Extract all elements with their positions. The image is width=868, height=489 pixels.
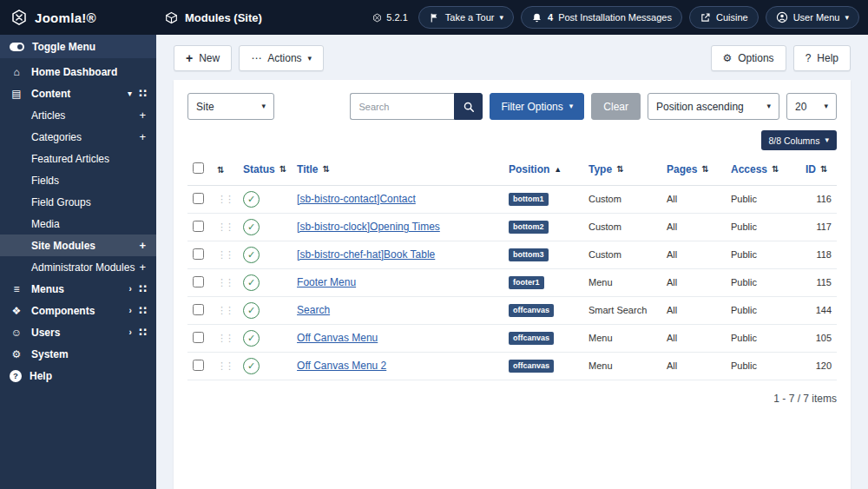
published-status-button[interactable]: ✓ xyxy=(243,191,260,208)
module-title-link[interactable]: [sb-bistro-contact]Contact xyxy=(297,193,416,205)
chevron-right-icon: › xyxy=(129,328,132,337)
client-select[interactable]: Site ▾ xyxy=(187,93,274,120)
sort-order-select[interactable]: Position ascending ▾ xyxy=(648,93,779,120)
main-content: + New ⋯ Actions ▾ ⚙ Options ? Help xyxy=(156,35,868,489)
content-submenu-item[interactable]: Fields xyxy=(0,169,156,191)
published-status-button[interactable]: ✓ xyxy=(243,274,260,291)
menus-icon: ≡ xyxy=(10,283,23,295)
users-icon: ☺ xyxy=(10,327,23,339)
clear-button[interactable]: Clear xyxy=(591,93,641,120)
joomla-wordmark: Joomla!® xyxy=(35,10,96,25)
add-new-icon[interactable]: + xyxy=(139,130,146,143)
sort-icon: ⇅ xyxy=(701,164,708,174)
toggle-menu-button[interactable]: Toggle Menu xyxy=(0,35,156,58)
content-submenu-item[interactable]: Featured Articles xyxy=(0,148,156,169)
joomla-logo[interactable]: Joomla!® xyxy=(0,9,156,26)
chevron-down-icon: ▾ xyxy=(499,14,503,22)
sidebar-item-content[interactable]: ▤ Content ▾ ∷ xyxy=(0,83,156,104)
search-input[interactable] xyxy=(350,93,454,120)
new-button[interactable]: + New xyxy=(174,45,232,71)
row-checkbox[interactable] xyxy=(193,248,204,260)
content-dashboard-grid-icon[interactable]: ∷ xyxy=(139,87,147,100)
position-badge: offcanvas xyxy=(509,360,554,373)
chevron-down-icon: ▾ xyxy=(845,14,849,22)
sidebar-item-help[interactable]: ? Help xyxy=(0,365,156,387)
add-new-icon[interactable]: + xyxy=(139,239,146,252)
row-checkbox[interactable] xyxy=(193,332,204,343)
components-dashboard-grid-icon[interactable]: ∷ xyxy=(139,304,147,317)
position-column-header[interactable]: Position ▲ xyxy=(509,163,562,175)
module-row: ⋮⋮ ✓ [sb-bistro-contact]Contact bottom1 … xyxy=(187,185,837,213)
published-status-button[interactable]: ✓ xyxy=(243,358,260,374)
published-status-button[interactable]: ✓ xyxy=(243,302,260,319)
list-limit-select[interactable]: 20 ▾ xyxy=(786,93,837,120)
options-button[interactable]: ⚙ Options xyxy=(711,45,786,71)
title-column-header[interactable]: Title ⇅ xyxy=(297,163,330,175)
sidebar-item-system[interactable]: ⚙ System xyxy=(0,343,156,365)
published-status-button[interactable]: ✓ xyxy=(243,219,260,235)
help-button[interactable]: ? Help xyxy=(793,45,851,71)
take-a-tour-button[interactable]: Take a Tour ▾ xyxy=(418,6,514,29)
module-title-link[interactable]: Footer Menu xyxy=(297,276,356,288)
sidebar-item-home-dashboard[interactable]: ⌂ Home Dashboard xyxy=(0,61,156,83)
module-title-link[interactable]: Off Canvas Menu 2 xyxy=(297,360,386,372)
published-status-button[interactable]: ✓ xyxy=(243,330,260,347)
menus-dashboard-grid-icon[interactable]: ∷ xyxy=(139,282,147,295)
chevron-down-icon: ▾ xyxy=(308,55,312,63)
post-installation-messages-button[interactable]: 4 Post Installation Messages xyxy=(521,6,682,29)
access-column-header[interactable]: Access ⇅ xyxy=(731,163,779,175)
add-new-icon[interactable]: + xyxy=(139,109,146,122)
content-submenu-item[interactable]: Administrator Modules + xyxy=(0,256,156,278)
content-submenu-item[interactable]: Field Groups xyxy=(0,191,156,213)
id-column-header[interactable]: ID ⇅ xyxy=(806,163,827,175)
modules-table-body: ⋮⋮ ✓ [sb-bistro-contact]Contact bottom1 … xyxy=(187,185,837,380)
users-dashboard-grid-icon[interactable]: ∷ xyxy=(139,326,147,339)
drag-handle-icon[interactable]: ⋮⋮ xyxy=(217,360,233,371)
add-new-icon[interactable]: + xyxy=(139,261,146,274)
module-id: 105 xyxy=(800,324,837,352)
ordering-sort-header[interactable]: ⇅ xyxy=(217,165,224,175)
module-title-link[interactable]: [sb-bistro-chef-hat]Book Table xyxy=(297,248,435,261)
content-submenu-item[interactable]: Categories + xyxy=(0,126,156,148)
module-title-link[interactable]: Off Canvas Menu xyxy=(297,332,378,344)
preview-site-button[interactable]: Cuisine xyxy=(689,6,759,29)
user-circle-icon xyxy=(776,11,788,23)
type-column-header[interactable]: Type ⇅ xyxy=(589,163,624,175)
sidebar-item-menus[interactable]: ≡ Menus › ∷ xyxy=(0,278,156,300)
content-submenu-item[interactable]: Site Modules + xyxy=(0,235,156,256)
row-checkbox[interactable] xyxy=(193,360,204,371)
toolbar: + New ⋯ Actions ▾ ⚙ Options ? Help xyxy=(174,43,851,80)
row-checkbox[interactable] xyxy=(193,193,204,204)
drag-handle-icon[interactable]: ⋮⋮ xyxy=(217,249,233,260)
select-all-checkbox[interactable] xyxy=(193,162,204,174)
drag-handle-icon[interactable]: ⋮⋮ xyxy=(217,305,233,315)
drag-handle-icon[interactable]: ⋮⋮ xyxy=(217,333,233,343)
sidebar-item-users[interactable]: ☺ Users › ∷ xyxy=(0,321,156,343)
content-submenu-item[interactable]: Articles + xyxy=(0,104,156,126)
user-menu-button[interactable]: User Menu ▾ xyxy=(766,6,859,29)
filter-options-button[interactable]: Filter Options ▾ xyxy=(490,93,584,120)
drag-handle-icon[interactable]: ⋮⋮ xyxy=(217,194,233,204)
content-icon: ▤ xyxy=(10,88,23,100)
columns-toggle-button[interactable]: 8/8 Columns ▾ xyxy=(761,130,837,150)
submenu-item-label: Administrator Modules xyxy=(31,261,135,274)
module-row: ⋮⋮ ✓ Search offcanvas Smart Search All P… xyxy=(187,296,837,324)
drag-handle-icon[interactable]: ⋮⋮ xyxy=(217,277,233,287)
position-badge: offcanvas xyxy=(509,304,554,317)
pages-column-header[interactable]: Pages ⇅ xyxy=(667,163,709,175)
module-title-link[interactable]: Search xyxy=(297,304,330,316)
actions-button[interactable]: ⋯ Actions ▾ xyxy=(239,45,324,71)
filter-bar: Site ▾ Filter Options ▾ Clear Position a… xyxy=(187,93,837,120)
row-checkbox[interactable] xyxy=(193,221,204,232)
status-column-header[interactable]: Status ⇅ xyxy=(243,163,286,175)
sidebar-item-components[interactable]: ❖ Components › ∷ xyxy=(0,300,156,321)
module-title-link[interactable]: [sb-bistro-clock]Opening Times xyxy=(297,221,440,233)
content-submenu-item[interactable]: Media xyxy=(0,213,156,235)
drag-handle-icon[interactable]: ⋮⋮ xyxy=(217,221,233,232)
published-status-button[interactable]: ✓ xyxy=(243,247,260,263)
search-button[interactable] xyxy=(454,93,483,120)
row-checkbox[interactable] xyxy=(193,304,204,315)
gear-icon: ⚙ xyxy=(723,52,733,64)
module-type: Custom xyxy=(583,185,661,213)
row-checkbox[interactable] xyxy=(193,276,204,287)
